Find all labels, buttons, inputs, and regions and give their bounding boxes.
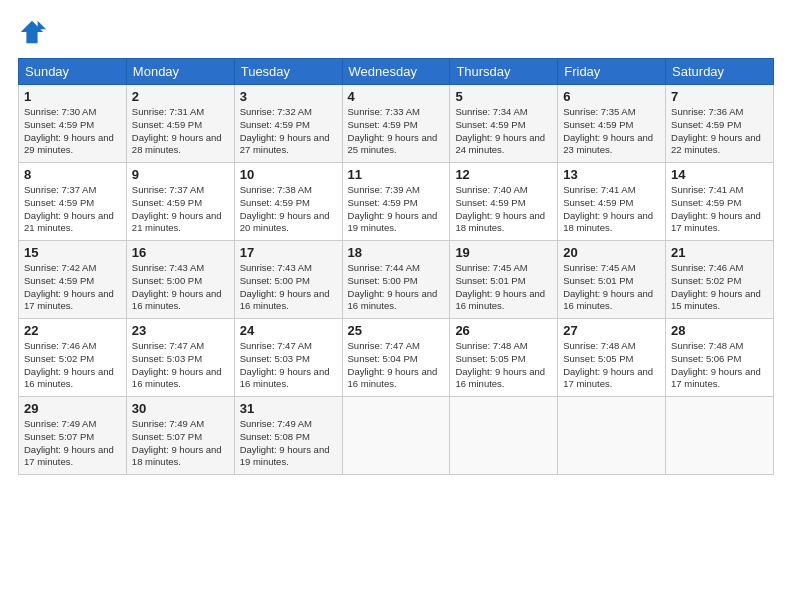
day-info: Sunrise: 7:32 AMSunset: 4:59 PMDaylight:…	[240, 106, 337, 157]
day-info: Sunrise: 7:37 AMSunset: 4:59 PMDaylight:…	[24, 184, 121, 235]
day-number: 11	[348, 167, 445, 182]
calendar-cell: 15Sunrise: 7:42 AMSunset: 4:59 PMDayligh…	[19, 241, 127, 319]
calendar-cell: 18Sunrise: 7:44 AMSunset: 5:00 PMDayligh…	[342, 241, 450, 319]
day-number: 28	[671, 323, 768, 338]
calendar-table: SundayMondayTuesdayWednesdayThursdayFrid…	[18, 58, 774, 475]
day-number: 18	[348, 245, 445, 260]
day-number: 25	[348, 323, 445, 338]
weekday-row: SundayMondayTuesdayWednesdayThursdayFrid…	[19, 59, 774, 85]
calendar-cell: 14Sunrise: 7:41 AMSunset: 4:59 PMDayligh…	[666, 163, 774, 241]
day-number: 13	[563, 167, 660, 182]
day-number: 17	[240, 245, 337, 260]
day-number: 26	[455, 323, 552, 338]
calendar-cell: 2Sunrise: 7:31 AMSunset: 4:59 PMDaylight…	[126, 85, 234, 163]
day-info: Sunrise: 7:30 AMSunset: 4:59 PMDaylight:…	[24, 106, 121, 157]
day-info: Sunrise: 7:34 AMSunset: 4:59 PMDaylight:…	[455, 106, 552, 157]
day-info: Sunrise: 7:48 AMSunset: 5:05 PMDaylight:…	[455, 340, 552, 391]
day-number: 29	[24, 401, 121, 416]
day-number: 21	[671, 245, 768, 260]
calendar-cell: 16Sunrise: 7:43 AMSunset: 5:00 PMDayligh…	[126, 241, 234, 319]
calendar-cell: 4Sunrise: 7:33 AMSunset: 4:59 PMDaylight…	[342, 85, 450, 163]
day-info: Sunrise: 7:37 AMSunset: 4:59 PMDaylight:…	[132, 184, 229, 235]
day-number: 8	[24, 167, 121, 182]
day-info: Sunrise: 7:45 AMSunset: 5:01 PMDaylight:…	[455, 262, 552, 313]
calendar-cell: 17Sunrise: 7:43 AMSunset: 5:00 PMDayligh…	[234, 241, 342, 319]
day-number: 24	[240, 323, 337, 338]
weekday-header: Tuesday	[234, 59, 342, 85]
day-number: 7	[671, 89, 768, 104]
calendar-cell: 13Sunrise: 7:41 AMSunset: 4:59 PMDayligh…	[558, 163, 666, 241]
day-number: 9	[132, 167, 229, 182]
day-info: Sunrise: 7:49 AMSunset: 5:07 PMDaylight:…	[24, 418, 121, 469]
day-info: Sunrise: 7:47 AMSunset: 5:03 PMDaylight:…	[240, 340, 337, 391]
calendar-cell: 29Sunrise: 7:49 AMSunset: 5:07 PMDayligh…	[19, 397, 127, 475]
day-info: Sunrise: 7:49 AMSunset: 5:07 PMDaylight:…	[132, 418, 229, 469]
page-container: SundayMondayTuesdayWednesdayThursdayFrid…	[0, 0, 792, 485]
day-info: Sunrise: 7:39 AMSunset: 4:59 PMDaylight:…	[348, 184, 445, 235]
calendar-week-row: 22Sunrise: 7:46 AMSunset: 5:02 PMDayligh…	[19, 319, 774, 397]
calendar-cell: 3Sunrise: 7:32 AMSunset: 4:59 PMDaylight…	[234, 85, 342, 163]
day-info: Sunrise: 7:36 AMSunset: 4:59 PMDaylight:…	[671, 106, 768, 157]
calendar-cell: 30Sunrise: 7:49 AMSunset: 5:07 PMDayligh…	[126, 397, 234, 475]
calendar-cell: 31Sunrise: 7:49 AMSunset: 5:08 PMDayligh…	[234, 397, 342, 475]
calendar-cell: 7Sunrise: 7:36 AMSunset: 4:59 PMDaylight…	[666, 85, 774, 163]
calendar-body: 1Sunrise: 7:30 AMSunset: 4:59 PMDaylight…	[19, 85, 774, 475]
calendar-cell: 23Sunrise: 7:47 AMSunset: 5:03 PMDayligh…	[126, 319, 234, 397]
weekday-header: Thursday	[450, 59, 558, 85]
day-number: 3	[240, 89, 337, 104]
day-info: Sunrise: 7:45 AMSunset: 5:01 PMDaylight:…	[563, 262, 660, 313]
day-number: 6	[563, 89, 660, 104]
weekday-header: Monday	[126, 59, 234, 85]
calendar-cell: 28Sunrise: 7:48 AMSunset: 5:06 PMDayligh…	[666, 319, 774, 397]
day-number: 2	[132, 89, 229, 104]
day-info: Sunrise: 7:43 AMSunset: 5:00 PMDaylight:…	[240, 262, 337, 313]
weekday-header: Friday	[558, 59, 666, 85]
calendar-cell	[450, 397, 558, 475]
calendar-cell: 26Sunrise: 7:48 AMSunset: 5:05 PMDayligh…	[450, 319, 558, 397]
day-number: 10	[240, 167, 337, 182]
day-number: 15	[24, 245, 121, 260]
day-info: Sunrise: 7:41 AMSunset: 4:59 PMDaylight:…	[563, 184, 660, 235]
calendar-cell: 10Sunrise: 7:38 AMSunset: 4:59 PMDayligh…	[234, 163, 342, 241]
calendar-week-row: 29Sunrise: 7:49 AMSunset: 5:07 PMDayligh…	[19, 397, 774, 475]
calendar-cell: 5Sunrise: 7:34 AMSunset: 4:59 PMDaylight…	[450, 85, 558, 163]
calendar-cell: 21Sunrise: 7:46 AMSunset: 5:02 PMDayligh…	[666, 241, 774, 319]
svg-marker-1	[38, 21, 46, 29]
day-number: 16	[132, 245, 229, 260]
weekday-header: Saturday	[666, 59, 774, 85]
calendar-week-row: 1Sunrise: 7:30 AMSunset: 4:59 PMDaylight…	[19, 85, 774, 163]
calendar-cell: 11Sunrise: 7:39 AMSunset: 4:59 PMDayligh…	[342, 163, 450, 241]
day-info: Sunrise: 7:48 AMSunset: 5:06 PMDaylight:…	[671, 340, 768, 391]
day-info: Sunrise: 7:41 AMSunset: 4:59 PMDaylight:…	[671, 184, 768, 235]
calendar-cell: 8Sunrise: 7:37 AMSunset: 4:59 PMDaylight…	[19, 163, 127, 241]
calendar-cell: 6Sunrise: 7:35 AMSunset: 4:59 PMDaylight…	[558, 85, 666, 163]
calendar-header: SundayMondayTuesdayWednesdayThursdayFrid…	[19, 59, 774, 85]
day-info: Sunrise: 7:46 AMSunset: 5:02 PMDaylight:…	[24, 340, 121, 391]
calendar-cell: 25Sunrise: 7:47 AMSunset: 5:04 PMDayligh…	[342, 319, 450, 397]
calendar-cell: 9Sunrise: 7:37 AMSunset: 4:59 PMDaylight…	[126, 163, 234, 241]
day-info: Sunrise: 7:40 AMSunset: 4:59 PMDaylight:…	[455, 184, 552, 235]
logo-icon	[18, 18, 46, 46]
day-number: 22	[24, 323, 121, 338]
day-number: 27	[563, 323, 660, 338]
day-number: 23	[132, 323, 229, 338]
weekday-header: Sunday	[19, 59, 127, 85]
calendar-cell: 24Sunrise: 7:47 AMSunset: 5:03 PMDayligh…	[234, 319, 342, 397]
header	[18, 18, 774, 46]
day-number: 31	[240, 401, 337, 416]
day-info: Sunrise: 7:33 AMSunset: 4:59 PMDaylight:…	[348, 106, 445, 157]
day-number: 14	[671, 167, 768, 182]
day-info: Sunrise: 7:49 AMSunset: 5:08 PMDaylight:…	[240, 418, 337, 469]
day-number: 20	[563, 245, 660, 260]
calendar-cell	[666, 397, 774, 475]
calendar-cell: 19Sunrise: 7:45 AMSunset: 5:01 PMDayligh…	[450, 241, 558, 319]
day-number: 19	[455, 245, 552, 260]
day-number: 30	[132, 401, 229, 416]
day-info: Sunrise: 7:47 AMSunset: 5:03 PMDaylight:…	[132, 340, 229, 391]
day-number: 5	[455, 89, 552, 104]
day-info: Sunrise: 7:48 AMSunset: 5:05 PMDaylight:…	[563, 340, 660, 391]
calendar-cell: 12Sunrise: 7:40 AMSunset: 4:59 PMDayligh…	[450, 163, 558, 241]
day-info: Sunrise: 7:31 AMSunset: 4:59 PMDaylight:…	[132, 106, 229, 157]
day-info: Sunrise: 7:35 AMSunset: 4:59 PMDaylight:…	[563, 106, 660, 157]
day-info: Sunrise: 7:47 AMSunset: 5:04 PMDaylight:…	[348, 340, 445, 391]
